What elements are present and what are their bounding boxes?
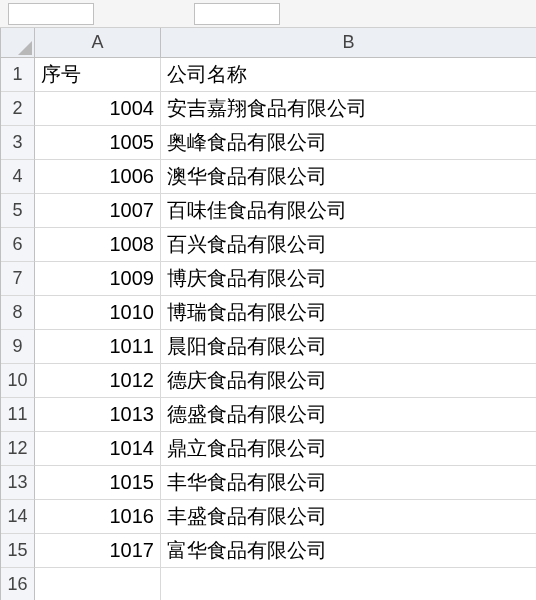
cell-a4[interactable]: 1006 (35, 160, 161, 194)
formula-bar-strip (0, 0, 536, 28)
cell-b14[interactable]: 丰盛食品有限公司 (161, 500, 536, 534)
cell-a3[interactable]: 1005 (35, 126, 161, 160)
row-header[interactable]: 15 (1, 534, 35, 568)
row-header[interactable]: 12 (1, 432, 35, 466)
cell-a8[interactable]: 1010 (35, 296, 161, 330)
cell-b6[interactable]: 百兴食品有限公司 (161, 228, 536, 262)
cell-b8[interactable]: 博瑞食品有限公司 (161, 296, 536, 330)
row-header[interactable]: 9 (1, 330, 35, 364)
name-box[interactable] (8, 3, 94, 25)
row-header[interactable]: 14 (1, 500, 35, 534)
cell-a14[interactable]: 1016 (35, 500, 161, 534)
cell-b5[interactable]: 百味佳食品有限公司 (161, 194, 536, 228)
row-header[interactable]: 6 (1, 228, 35, 262)
spreadsheet-grid: A B 1 序号 公司名称 2 1004 安吉嘉翔食品有限公司 3 1005 奥… (0, 28, 536, 600)
row-header[interactable]: 4 (1, 160, 35, 194)
cell-a7[interactable]: 1009 (35, 262, 161, 296)
cell-a15[interactable]: 1017 (35, 534, 161, 568)
cell-b4[interactable]: 澳华食品有限公司 (161, 160, 536, 194)
row-header[interactable]: 5 (1, 194, 35, 228)
cell-b7[interactable]: 博庆食品有限公司 (161, 262, 536, 296)
select-all-corner[interactable] (1, 28, 35, 58)
cell-a9[interactable]: 1011 (35, 330, 161, 364)
cell-a10[interactable]: 1012 (35, 364, 161, 398)
cell-b3[interactable]: 奥峰食品有限公司 (161, 126, 536, 160)
svg-marker-0 (18, 41, 32, 55)
cell-b15[interactable]: 富华食品有限公司 (161, 534, 536, 568)
row-header[interactable]: 8 (1, 296, 35, 330)
row-header[interactable]: 7 (1, 262, 35, 296)
cell-a5[interactable]: 1007 (35, 194, 161, 228)
row-header[interactable]: 3 (1, 126, 35, 160)
cell-b2[interactable]: 安吉嘉翔食品有限公司 (161, 92, 536, 126)
cell-a1[interactable]: 序号 (35, 58, 161, 92)
row-header[interactable]: 11 (1, 398, 35, 432)
cell-a16[interactable] (35, 568, 161, 600)
cell-a6[interactable]: 1008 (35, 228, 161, 262)
cell-a2[interactable]: 1004 (35, 92, 161, 126)
cell-b9[interactable]: 晨阳食品有限公司 (161, 330, 536, 364)
formula-box[interactable] (194, 3, 280, 25)
cell-b10[interactable]: 德庆食品有限公司 (161, 364, 536, 398)
row-header[interactable]: 16 (1, 568, 35, 600)
cell-b16[interactable] (161, 568, 536, 600)
cell-a11[interactable]: 1013 (35, 398, 161, 432)
select-all-triangle-icon (18, 41, 32, 55)
cell-b13[interactable]: 丰华食品有限公司 (161, 466, 536, 500)
row-header[interactable]: 2 (1, 92, 35, 126)
row-header[interactable]: 10 (1, 364, 35, 398)
row-header[interactable]: 1 (1, 58, 35, 92)
cell-a13[interactable]: 1015 (35, 466, 161, 500)
column-header-a[interactable]: A (35, 28, 161, 58)
cell-b12[interactable]: 鼎立食品有限公司 (161, 432, 536, 466)
row-header[interactable]: 13 (1, 466, 35, 500)
column-header-b[interactable]: B (161, 28, 536, 58)
cell-b1[interactable]: 公司名称 (161, 58, 536, 92)
cell-b11[interactable]: 德盛食品有限公司 (161, 398, 536, 432)
cell-a12[interactable]: 1014 (35, 432, 161, 466)
